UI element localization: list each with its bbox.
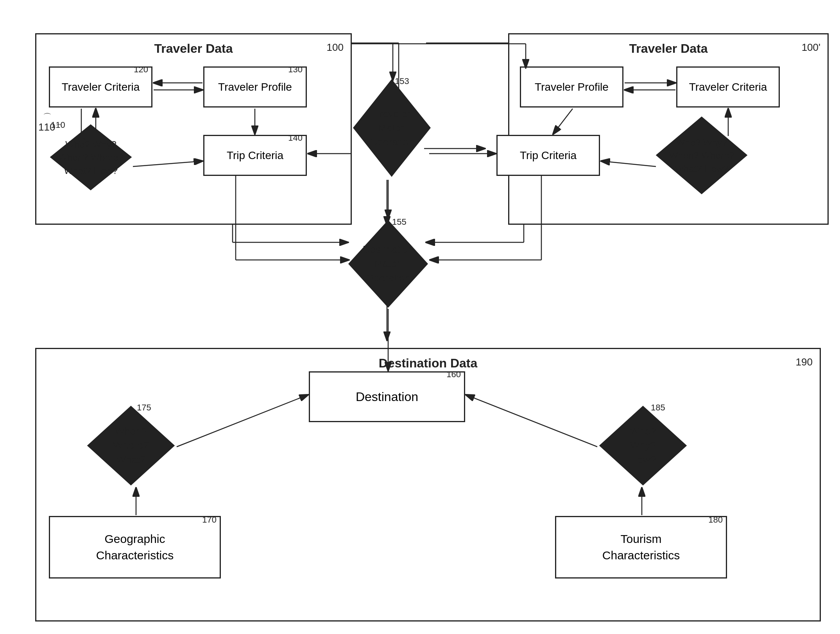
geographic-characteristics-ref: 170 <box>202 514 217 526</box>
traveler-data-left-title: Traveler Data <box>154 41 233 56</box>
geographic-characteristics-box: GeographicCharacteristics 170 <box>49 516 221 578</box>
trip-criteria-left-label: Trip Criteria <box>227 149 283 162</box>
svg-marker-30 <box>657 117 747 193</box>
traveler-criteria-right-box: Traveler Criteria <box>676 66 780 107</box>
svg-marker-31 <box>354 80 430 176</box>
trip-criteria-left-box: Trip Criteria 140 <box>203 135 307 176</box>
destination-box: Destination 160 <box>309 371 465 422</box>
who-why-how-diamond: Who?Why?How? 185 <box>598 405 688 487</box>
traveler-criteria-left-box: Traveler Criteria 120 <box>49 66 152 107</box>
when-where-what-diamond: When?Where?What? 175 <box>86 405 176 487</box>
traveler-criteria-left-label: Traveler Criteria <box>62 81 140 93</box>
traveler-profile-left-label: Traveler Profile <box>218 81 292 93</box>
trip-criteria-right-box: Trip Criteria <box>496 135 600 176</box>
who-why-left-diamond: Who? Why?When? Where?What? How? 110 ⌒ <box>49 123 133 192</box>
destination-match-diamond: DestinationMatchOperation 155 <box>347 219 429 309</box>
traveler-criteria-right-label: Traveler Criteria <box>689 81 767 93</box>
destination-match-ref: 155 <box>392 217 407 227</box>
when-where-what-ref: 175 <box>137 403 151 413</box>
traveler-profile-left-ref: 130 <box>288 64 303 75</box>
svg-marker-29 <box>51 125 131 190</box>
tourism-characteristics-box: TourismCharacteristics 180 <box>555 516 727 578</box>
svg-marker-34 <box>600 407 686 485</box>
who-why-right-diamond: Who? Why?When? Where?What? How? <box>655 115 749 195</box>
traveler-data-left-ref: 100 <box>327 41 344 54</box>
traveler-profile-left-box: Traveler Profile 130 <box>203 66 307 107</box>
tourism-characteristics-label: TourismCharacteristics <box>602 531 680 564</box>
trip-criteria-right-label: Trip Criteria <box>520 149 577 162</box>
trip-criteria-left-ref: 140 <box>288 133 303 143</box>
svg-marker-32 <box>349 221 427 307</box>
traveler-criteria-left-ref: 120 <box>134 64 148 75</box>
traveler-match-ref: 153 <box>395 76 409 86</box>
tourism-characteristics-ref: 180 <box>708 514 723 526</box>
destination-data-title: Destination Data <box>379 356 477 371</box>
destination-label: Destination <box>356 390 418 404</box>
traveler-data-right-title: Traveler Data <box>629 41 707 56</box>
traveler-profile-right-label: Traveler Profile <box>535 81 609 93</box>
diagram-container: Traveler Data 100 Traveler Criteria 120 … <box>12 12 828 622</box>
ref-110: 110⌒ <box>38 121 63 133</box>
destination-data-ref: 190 <box>796 356 813 368</box>
traveler-data-right-ref: 100' <box>802 41 820 54</box>
destination-ref: 160 <box>446 369 461 380</box>
traveler-profile-right-box: Traveler Profile <box>520 66 623 107</box>
geographic-characteristics-label: GeographicCharacteristics <box>96 531 174 564</box>
svg-marker-33 <box>88 407 174 485</box>
who-why-how-ref: 185 <box>651 403 665 413</box>
traveler-match-diamond: TravelerMatchOperation 153 <box>352 78 432 178</box>
